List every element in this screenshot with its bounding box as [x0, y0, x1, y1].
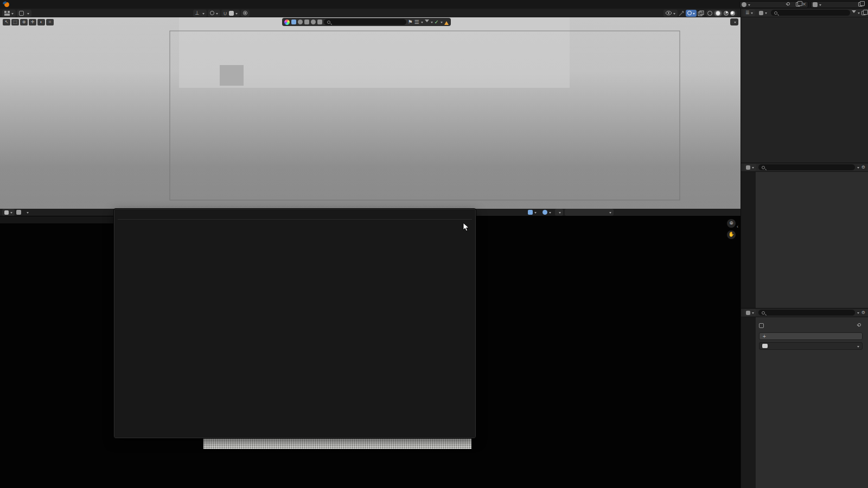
- snap-toggle[interactable]: ∪: [221, 10, 240, 17]
- image-icon[interactable]: [291, 20, 296, 24]
- rendered-image-strip[interactable]: [203, 438, 471, 449]
- properties-search-input[interactable]: [758, 164, 855, 170]
- shading-rendered-icon[interactable]: [730, 11, 735, 16]
- chevron-down-icon: [748, 4, 750, 7]
- pivot-icon: [210, 11, 214, 15]
- filter-icon[interactable]: [425, 20, 429, 24]
- blender-logo-icon[interactable]: [3, 2, 11, 8]
- box-select-tool-icon[interactable]: ⬚: [11, 19, 19, 25]
- cursor-tool-icon[interactable]: ⊕: [20, 19, 28, 25]
- chevron-down-icon: [27, 212, 29, 215]
- slot-dropdown[interactable]: [555, 209, 563, 216]
- clock-icon[interactable]: [298, 20, 303, 24]
- properties-icon: [746, 165, 750, 170]
- properties-type-button[interactable]: [744, 164, 756, 171]
- color-wheel-icon[interactable]: [284, 20, 290, 25]
- shading-solid-active[interactable]: [714, 10, 722, 16]
- chevron-down-icon: [549, 212, 551, 215]
- close-icon[interactable]: ✕: [802, 2, 806, 7]
- render-properties-body: [756, 172, 868, 308]
- chevron-down-icon: [734, 22, 736, 24]
- mode-dropdown[interactable]: [17, 10, 31, 17]
- filter-icon[interactable]: [852, 10, 856, 15]
- editor-type-icon: [4, 11, 10, 16]
- pin-icon[interactable]: [856, 323, 860, 328]
- render-result-icon: [528, 210, 533, 215]
- rotate-tool-icon[interactable]: ◐: [37, 19, 45, 25]
- magnet-icon: ∪: [224, 10, 227, 16]
- filter-settings-icon[interactable]: ⚙: [861, 165, 865, 170]
- shading-material-icon[interactable]: [724, 11, 729, 16]
- properties-search-input[interactable]: [758, 310, 855, 316]
- gizmo-icon[interactable]: [679, 10, 685, 16]
- object-mode-icon: [19, 11, 24, 16]
- add-modifier-button[interactable]: +: [759, 332, 863, 340]
- properties-type-button[interactable]: [744, 309, 756, 316]
- proportional-edit-toggle[interactable]: [241, 10, 250, 17]
- chevron-down-icon: [10, 212, 12, 215]
- list-icon[interactable]: ☰: [414, 19, 419, 25]
- outliner-search-input[interactable]: [771, 10, 850, 16]
- pan-hand-icon[interactable]: ✋: [727, 230, 736, 239]
- properties-editor-render: ⚙: [741, 163, 868, 308]
- add-modifier-old-dropdown[interactable]: [759, 342, 863, 350]
- properties-header: ⚙: [741, 309, 868, 317]
- mouse-cursor: [463, 222, 469, 232]
- output-icon[interactable]: [317, 20, 322, 24]
- bookmark-icon[interactable]: ⚑: [408, 19, 413, 25]
- search-icon: [327, 21, 330, 24]
- chevron-down-icon: [559, 212, 561, 215]
- scene-selector[interactable]: ✕: [739, 1, 808, 8]
- editor-type-button[interactable]: [2, 209, 15, 216]
- transform-orientation-dropdown[interactable]: ⟂: [193, 10, 207, 17]
- xray-icon[interactable]: [698, 10, 704, 16]
- options-dropdown[interactable]: [730, 18, 738, 25]
- orientation-icon: ⟂: [195, 10, 199, 16]
- image-editor: [0, 209, 741, 488]
- viewport-toolstrip: ↖ ⬚ ⊕ ✛ ◐ ⌗: [3, 19, 54, 25]
- visibility-dropdown[interactable]: [663, 10, 678, 17]
- chevron-down-icon: [857, 312, 859, 315]
- channel-icon: [542, 210, 547, 215]
- display-channel-toggle[interactable]: [540, 209, 553, 216]
- chevron-down-icon: [858, 12, 860, 15]
- view-layer-selector[interactable]: [810, 1, 865, 8]
- pin-icon[interactable]: [785, 2, 789, 7]
- warning-icon: [444, 19, 449, 25]
- viewport-3d[interactable]: ↖ ⬚ ⊕ ✛ ◐ ⌗ ⚑ ☰ ✓: [0, 17, 741, 209]
- outliner-type-button[interactable]: ☰: [743, 9, 755, 16]
- outliner-display-dropdown[interactable]: [757, 9, 769, 16]
- search-icon: [762, 166, 765, 169]
- overlays-toggle[interactable]: [686, 10, 697, 17]
- search-icon: [762, 311, 765, 314]
- chevron-down-icon: [751, 12, 753, 15]
- pivot-point-dropdown[interactable]: [208, 10, 220, 17]
- image-editor-icon: [4, 210, 9, 215]
- shading-wireframe-icon[interactable]: [707, 11, 712, 16]
- viewport-header: ⟂ ∪: [0, 9, 741, 17]
- render-view-toggle[interactable]: [526, 209, 539, 216]
- display-mode-icon: [759, 11, 763, 15]
- particles-icon[interactable]: [304, 20, 309, 24]
- move-tool-icon[interactable]: ✛: [29, 19, 36, 25]
- properties-header: ⚙: [741, 163, 868, 172]
- chevron-down-icon: [819, 4, 821, 7]
- world-icon[interactable]: [311, 20, 316, 24]
- zoom-nav-icon[interactable]: ⊕: [727, 219, 736, 228]
- shading-solid-icon: [716, 11, 720, 16]
- view-mode-dropdown[interactable]: [23, 209, 31, 216]
- outliner-options-icon[interactable]: [861, 11, 866, 15]
- image-icon: [16, 210, 21, 215]
- new-scene-icon[interactable]: [796, 2, 800, 7]
- filter-settings-icon[interactable]: ⚙: [861, 310, 865, 315]
- editor-type-button[interactable]: [2, 10, 16, 17]
- floatbar-search-input[interactable]: [324, 19, 406, 25]
- collapse-arrow-icon[interactable]: ‹: [737, 224, 738, 229]
- scale-tool-icon[interactable]: ⌗: [46, 19, 54, 25]
- properties-editor-modifier: ⚙ +: [741, 308, 868, 488]
- select-tool-icon[interactable]: ↖: [3, 19, 10, 25]
- new-layer-icon[interactable]: [858, 2, 863, 7]
- check-icon[interactable]: ✓: [435, 19, 439, 25]
- chevron-down-icon: [857, 346, 859, 349]
- pass-dropdown[interactable]: [565, 209, 614, 216]
